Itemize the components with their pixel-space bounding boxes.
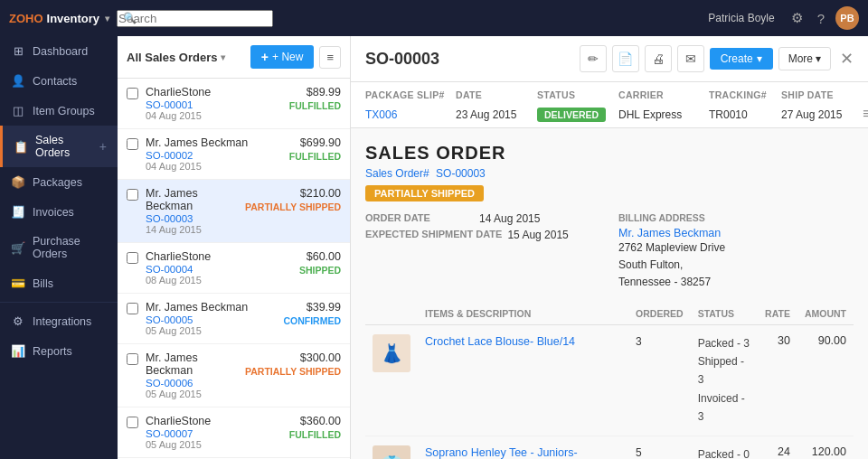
col-status: STATUS <box>691 303 758 325</box>
order-amount: $39.99 <box>283 301 341 314</box>
sidebar-item-item-groups[interactable]: ◫ Item Groups <box>0 96 118 126</box>
order-item[interactable]: CharlieStone SO-00001 04 Aug 2015 $89.99… <box>118 79 350 129</box>
order-checkbox[interactable] <box>127 138 138 150</box>
orders-list-dropdown-icon[interactable]: ▾ <box>221 52 225 62</box>
order-checkbox[interactable] <box>127 88 138 99</box>
avatar[interactable]: PB <box>835 6 859 30</box>
document-button[interactable]: 📄 <box>612 45 639 72</box>
order-checkbox[interactable] <box>127 353 138 365</box>
orders-menu-button[interactable]: ≡ <box>319 46 341 69</box>
order-info: CharlieStone SO-00001 04 Aug 2015 <box>146 86 282 121</box>
email-button[interactable]: ✉ <box>677 45 704 72</box>
order-amount: $300.00 <box>245 351 341 364</box>
sidebar-item-dashboard[interactable]: ⊞ Dashboard <box>0 36 118 66</box>
sidebar-item-packages[interactable]: 📦 Packages <box>0 167 118 197</box>
order-info: CharlieStone SO-00007 05 Aug 2015 <box>146 415 282 450</box>
item-status-cell: Packed - 3Shipped - 3Invoiced - 3 <box>691 324 758 436</box>
sidebar-label-bills: Bills <box>33 277 53 290</box>
sales-orders-add-icon[interactable]: + <box>99 139 107 154</box>
billing-label: BILLING ADDRESS <box>618 212 854 223</box>
sidebar-label-reports: Reports <box>33 345 72 358</box>
sales-orders-icon: 📋 <box>14 140 28 154</box>
item-qty: 3 <box>636 335 642 348</box>
items-table-body: 👗 Crochet Lace Blouse- Blue/14 3 Packed … <box>365 324 854 459</box>
billing-section: BILLING ADDRESS Mr. James Beckman 2762 M… <box>618 212 854 292</box>
sidebar-label-contacts: Contacts <box>33 75 77 88</box>
pkg-header-col: PACKAGE SLIP# <box>365 88 456 101</box>
detail-body: SALES ORDER Sales Order# SO-00003 PARTIA… <box>351 128 868 459</box>
order-checkbox[interactable] <box>127 303 138 314</box>
order-item[interactable]: Mr. James Beckman SO-00002 04 Aug 2015 $… <box>118 129 350 180</box>
order-amount: $699.90 <box>289 136 341 149</box>
order-date: 05 Aug 2015 <box>146 325 276 336</box>
sidebar-label-item-groups: Item Groups <box>33 105 95 117</box>
item-name-link[interactable]: Crochet Lace Blouse- Blue/14 <box>425 335 575 348</box>
order-checkbox[interactable] <box>127 189 138 201</box>
col-rate: RATE <box>758 303 797 325</box>
date-val-col: 23 Aug 2015 <box>456 108 537 121</box>
order-customer-name: CharlieStone <box>146 415 282 427</box>
order-item[interactable]: Mr. James Beckman SO-00006 05 Aug 2015 $… <box>118 344 350 407</box>
orders-list-panel: All Sales Orders ▾ + + New ≡ CharlieSton… <box>118 36 351 459</box>
item-name-cell: Soprano Henley Tee - Juniors-10/Apple Bu… <box>418 436 628 459</box>
edit-button[interactable]: ✏ <box>580 45 607 72</box>
order-status: CONFIRMED <box>283 315 341 326</box>
order-number: SO-00004 <box>146 264 292 275</box>
order-checkbox[interactable] <box>127 252 138 264</box>
sidebar-item-sales-orders[interactable]: 📋 Sales Orders + <box>0 126 118 167</box>
status-val-col: DELIVERED <box>537 108 618 121</box>
sidebar-label-integrations: Integrations <box>33 315 91 328</box>
user-name: Patricia Boyle <box>708 12 774 24</box>
app-name: Inventory <box>47 12 100 25</box>
order-right: $39.99 CONFIRMED <box>283 301 341 326</box>
sidebar-item-bills[interactable]: 💳 Bills <box>0 268 118 298</box>
sidebar-item-contacts[interactable]: 👤 Contacts <box>0 66 118 96</box>
close-button[interactable]: ✕ <box>840 49 854 69</box>
sidebar-item-purchase-orders[interactable]: 🛒 Purchase Orders <box>0 227 118 268</box>
plus-icon: + <box>261 50 269 64</box>
sidebar-item-reports[interactable]: 📊 Reports <box>0 336 118 366</box>
settings-icon[interactable]: ⚙ <box>791 10 803 26</box>
print-button[interactable]: 🖨 <box>645 45 672 72</box>
brand-name: ZOHO <box>9 12 43 25</box>
order-item[interactable]: CharlieStone SO-00004 08 Aug 2015 $60.00… <box>118 243 350 294</box>
shipment-bar: PACKAGE SLIP# DATE STATUS CARRIER TRACKI… <box>351 82 868 128</box>
order-amount: $210.00 <box>245 187 341 200</box>
item-thumbnail: 👕 <box>373 445 410 459</box>
search-input[interactable] <box>117 10 273 27</box>
shipdate-val-col: 27 Aug 2015 <box>781 108 863 121</box>
order-status: PARTIALLY SHIPPED <box>245 201 341 212</box>
help-icon[interactable]: ? <box>817 11 825 26</box>
order-right: $89.99 FULFILLED <box>289 86 341 111</box>
item-rate-cell: 30 <box>758 324 797 436</box>
order-item[interactable]: Mr. James Beckman SO-00005 05 Aug 2015 $… <box>118 294 350 344</box>
create-button[interactable]: Create ▾ <box>710 48 773 70</box>
sidebar-item-integrations[interactable]: ⚙ Integrations <box>0 306 118 336</box>
so-meta: Sales Order# SO-00003 <box>365 167 854 180</box>
more-button[interactable]: More ▾ <box>778 47 831 70</box>
item-groups-icon: ◫ <box>11 104 25 117</box>
reports-icon: 📊 <box>11 344 25 358</box>
order-date: 04 Aug 2015 <box>146 110 282 121</box>
app-dropdown-icon[interactable]: ▾ <box>105 14 109 23</box>
expected-date-val: 15 Aug 2015 <box>507 229 568 241</box>
pkg-link[interactable]: TX006 <box>365 108 397 121</box>
shipdate-header-col: SHIP DATE <box>781 88 863 101</box>
app-logo: ZOHO Inventory ▾ <box>9 12 109 25</box>
search-icon: 🔍 <box>123 12 137 24</box>
order-item[interactable]: CharlieStone SO-00007 05 Aug 2015 $360.0… <box>118 407 350 458</box>
order-customer-name: Mr. James Beckman <box>146 136 282 149</box>
shipment-menu-icon[interactable]: ≡ <box>863 106 868 121</box>
col-ordered: ORDERED <box>628 303 691 325</box>
order-item[interactable]: Mr. James Beckman SO-00003 14 Aug 2015 $… <box>118 180 350 243</box>
sidebar-item-invoices[interactable]: 🧾 Invoices <box>0 197 118 227</box>
order-checkbox[interactable] <box>127 417 138 428</box>
shipment-row: TX006 23 Aug 2015 DELIVERED DHL Express … <box>365 106 854 122</box>
new-order-button[interactable]: + + New <box>250 45 315 69</box>
more-dropdown-icon: ▾ <box>816 52 821 65</box>
item-amount-cell: 90.00 <box>797 324 854 436</box>
carrier-val: DHL Express <box>618 108 682 121</box>
shipment-row-menu[interactable]: ≡ <box>863 106 868 122</box>
item-name-link[interactable]: Soprano Henley Tee - Juniors-10/Apple Bu… <box>425 446 578 459</box>
item-amount-cell: 120.00 <box>797 436 854 459</box>
